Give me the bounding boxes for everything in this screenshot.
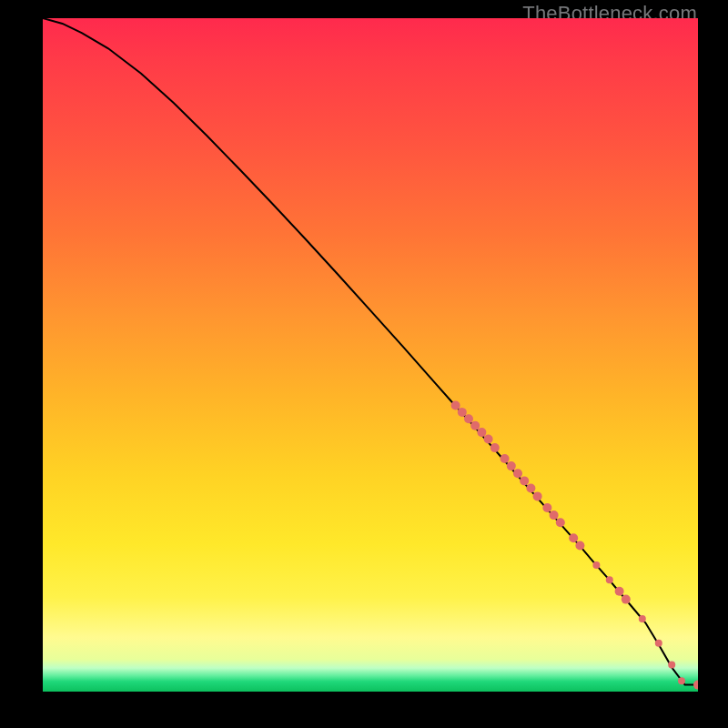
- data-point: [575, 541, 584, 550]
- data-point: [639, 615, 646, 622]
- chart-frame: TheBottleneck.com: [0, 0, 728, 728]
- data-point: [458, 408, 467, 417]
- data-point: [693, 681, 698, 690]
- data-point: [533, 491, 542, 500]
- chart-svg: [43, 18, 698, 692]
- data-point: [655, 640, 662, 647]
- chart-markers: [451, 401, 698, 690]
- data-point: [520, 476, 529, 485]
- plot-area: [43, 18, 698, 692]
- data-point: [550, 511, 559, 520]
- data-point: [500, 454, 510, 463]
- data-point: [484, 435, 493, 444]
- data-point: [606, 576, 613, 583]
- data-point: [592, 561, 600, 569]
- data-point: [477, 428, 486, 437]
- data-point: [513, 469, 522, 478]
- data-point: [470, 421, 480, 430]
- data-point: [556, 518, 565, 527]
- data-point: [615, 587, 624, 596]
- data-point: [542, 503, 551, 512]
- data-point: [678, 677, 685, 684]
- chart-line: [43, 18, 698, 685]
- data-point: [622, 595, 631, 604]
- data-point: [490, 443, 500, 452]
- data-point: [526, 484, 535, 493]
- data-point: [668, 661, 675, 668]
- data-point: [569, 533, 578, 542]
- data-point: [464, 414, 473, 423]
- data-point: [451, 401, 460, 410]
- data-point: [507, 461, 516, 470]
